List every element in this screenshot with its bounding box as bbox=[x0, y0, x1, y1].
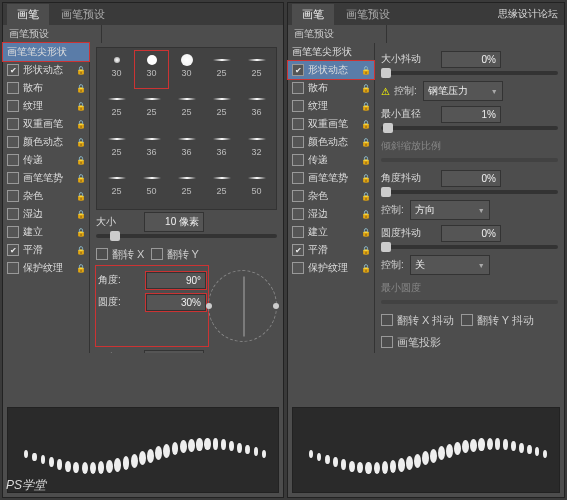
brush-panel-right: 画笔 画笔预设 思缘设计论坛 画笔预设 画笔笔尖形状 ✔形状动态🔒 散布🔒 纹理… bbox=[287, 2, 565, 498]
round-jitter-value[interactable]: 0% bbox=[441, 225, 501, 242]
tab-brush[interactable]: 画笔 bbox=[7, 4, 49, 25]
opt-color-dyn[interactable]: 颜色动态🔒 bbox=[3, 133, 89, 151]
size-jitter-label: 大小抖动 bbox=[381, 52, 441, 66]
opt-shape-dynamics[interactable]: ✔形状动态🔒 bbox=[3, 61, 89, 79]
angle-jitter-label: 角度抖动 bbox=[381, 171, 441, 185]
forum-text: 思缘设计论坛 bbox=[498, 7, 558, 21]
opt-texture-r[interactable]: 纹理🔒 bbox=[288, 97, 374, 115]
angle-jitter-value[interactable]: 0% bbox=[441, 170, 501, 187]
tilt-scale-slider bbox=[381, 158, 558, 162]
opt-texture[interactable]: 纹理🔒 bbox=[3, 97, 89, 115]
tilt-scale-label: 倾斜缩放比例 bbox=[381, 139, 441, 153]
brush-grid[interactable]: 30 30 30 25 25 25 25 25 25 36 25 36 36 3… bbox=[96, 47, 277, 210]
opt-smooth-r[interactable]: ✔平滑🔒 bbox=[288, 241, 374, 259]
opt-transfer-r[interactable]: 传递🔒 bbox=[288, 151, 374, 169]
min-diam-slider[interactable] bbox=[381, 126, 558, 130]
opt-smooth[interactable]: ✔平滑🔒 bbox=[3, 241, 89, 259]
size-jitter-slider[interactable] bbox=[381, 71, 558, 75]
flipx-jitter-checkbox[interactable] bbox=[381, 314, 393, 326]
opt-transfer[interactable]: 传递🔒 bbox=[3, 151, 89, 169]
opt-wet[interactable]: 湿边🔒 bbox=[3, 205, 89, 223]
control-dropdown[interactable]: 钢笔压力▼ bbox=[423, 81, 503, 101]
angle-preview[interactable] bbox=[208, 270, 277, 342]
size-label: 大小 bbox=[96, 215, 144, 229]
min-round-label: 最小圆度 bbox=[381, 281, 441, 295]
watermark-text: PS学堂 bbox=[6, 477, 46, 494]
size-value[interactable]: 10 像素 bbox=[144, 212, 204, 232]
brush-preview-r bbox=[292, 407, 560, 493]
options-sidebar-r: 画笔笔尖形状 ✔形状动态🔒 散布🔒 纹理🔒 双重画笔🔒 颜色动态🔒 传递🔒 画笔… bbox=[288, 43, 375, 353]
lock-icon: 🔒 bbox=[76, 66, 86, 75]
opt-brush-tip-r[interactable]: 画笔笔尖形状 bbox=[288, 43, 374, 61]
opt-dual-brush[interactable]: 双重画笔🔒 bbox=[3, 115, 89, 133]
opt-brush-tip[interactable]: 画笔笔尖形状 bbox=[3, 43, 89, 61]
opt-dual-brush-r[interactable]: 双重画笔🔒 bbox=[288, 115, 374, 133]
angle-jitter-slider[interactable] bbox=[381, 190, 558, 194]
opt-color-dyn-r[interactable]: 颜色动态🔒 bbox=[288, 133, 374, 151]
tab-brush-r[interactable]: 画笔 bbox=[292, 4, 334, 25]
size-slider[interactable] bbox=[96, 234, 277, 238]
shape-dynamics-content: 大小抖动0% ⚠控制:钢笔压力▼ 最小直径1% 倾斜缩放比例 角度抖动0% 控制… bbox=[375, 43, 564, 353]
opt-protect-r[interactable]: 保护纹理🔒 bbox=[288, 259, 374, 277]
flipy-checkbox[interactable] bbox=[151, 248, 163, 260]
hardness-label: 硬度 bbox=[96, 351, 144, 353]
sidebar-header[interactable]: 画笔预设 bbox=[3, 25, 102, 43]
brush-preview bbox=[7, 407, 279, 493]
flipx-checkbox[interactable] bbox=[96, 248, 108, 260]
angle-value[interactable]: 90° bbox=[146, 272, 206, 289]
size-jitter-value[interactable]: 0% bbox=[441, 51, 501, 68]
min-diam-label: 最小直径 bbox=[381, 107, 441, 121]
tabs: 画笔 画笔预设 bbox=[3, 3, 283, 25]
tab-preset[interactable]: 画笔预设 bbox=[51, 4, 115, 25]
opt-build[interactable]: 建立🔒 bbox=[3, 223, 89, 241]
warning-icon: ⚠ bbox=[381, 86, 390, 97]
min-round-slider bbox=[381, 300, 558, 304]
brush-panel-left: 画笔 画笔预设 画笔预设 画笔笔尖形状 ✔形状动态🔒 散布🔒 纹理🔒 双重画笔🔒… bbox=[2, 2, 284, 498]
angle-label: 角度: bbox=[98, 273, 146, 287]
opt-scatter[interactable]: 散布🔒 bbox=[3, 79, 89, 97]
opt-pose[interactable]: 画笔笔势🔒 bbox=[3, 169, 89, 187]
opt-protect[interactable]: 保护纹理🔒 bbox=[3, 259, 89, 277]
opt-shape-dynamics-r[interactable]: ✔形状动态🔒 bbox=[288, 61, 374, 79]
round-jitter-label: 圆度抖动 bbox=[381, 226, 441, 240]
control2-dropdown[interactable]: 方向▼ bbox=[410, 200, 490, 220]
tabs-r: 画笔 画笔预设 思缘设计论坛 bbox=[288, 3, 564, 25]
opt-noise[interactable]: 杂色🔒 bbox=[3, 187, 89, 205]
min-diam-value[interactable]: 1% bbox=[441, 106, 501, 123]
options-sidebar: 画笔笔尖形状 ✔形状动态🔒 散布🔒 纹理🔒 双重画笔🔒 颜色动态🔒 传递🔒 画笔… bbox=[3, 43, 90, 353]
hardness-value[interactable]: 100% bbox=[144, 350, 204, 354]
opt-scatter-r[interactable]: 散布🔒 bbox=[288, 79, 374, 97]
brush-proj-checkbox[interactable] bbox=[381, 336, 393, 348]
round-jitter-slider[interactable] bbox=[381, 245, 558, 249]
brush-tip-content: 30 30 30 25 25 25 25 25 25 36 25 36 36 3… bbox=[90, 43, 283, 353]
opt-wet-r[interactable]: 湿边🔒 bbox=[288, 205, 374, 223]
control3-dropdown[interactable]: 关▼ bbox=[410, 255, 490, 275]
opt-noise-r[interactable]: 杂色🔒 bbox=[288, 187, 374, 205]
tab-preset-r[interactable]: 画笔预设 bbox=[336, 4, 400, 25]
roundness-value[interactable]: 30% bbox=[146, 294, 206, 311]
roundness-label: 圆度: bbox=[98, 295, 146, 309]
flipy-jitter-checkbox[interactable] bbox=[461, 314, 473, 326]
sidebar-header-r[interactable]: 画笔预设 bbox=[288, 25, 387, 43]
opt-pose-r[interactable]: 画笔笔势🔒 bbox=[288, 169, 374, 187]
opt-build-r[interactable]: 建立🔒 bbox=[288, 223, 374, 241]
